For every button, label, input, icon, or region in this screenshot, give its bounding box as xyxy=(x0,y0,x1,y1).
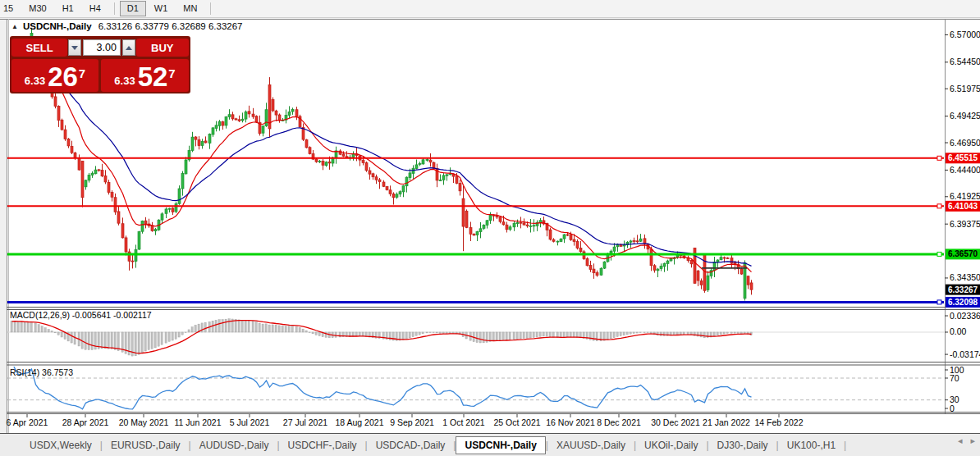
date-axis-label: 21 Jan 2022 xyxy=(703,417,750,427)
rsi-axis-label: 0 xyxy=(950,404,955,413)
price-axis-label: 6.49425 xyxy=(950,111,980,121)
volume-decrease-button[interactable] xyxy=(68,39,81,56)
chart-tab-ukoil-daily[interactable]: UKOil-,Daily xyxy=(636,436,706,454)
symbol-tab-bar: USDX,Weekly|EURUSD-,Daily|AUDUSD-,Daily|… xyxy=(0,434,980,456)
level-handle[interactable] xyxy=(937,252,941,256)
level-handle[interactable] xyxy=(937,204,941,208)
price-axis-label: 6.34350 xyxy=(950,272,980,282)
price-axis-label: 6.51975 xyxy=(950,84,980,93)
sell-button[interactable]: SELL xyxy=(11,39,67,57)
tab-scroll-left-icon[interactable]: ◂ xyxy=(958,435,963,446)
sell-price-big: 26 xyxy=(48,62,78,92)
tab-separator: | xyxy=(844,440,846,451)
chart-tab-dj30-daily[interactable]: DJ30-,Daily xyxy=(709,436,776,454)
buy-button[interactable]: BUY xyxy=(136,39,189,57)
level-handle[interactable] xyxy=(937,300,941,304)
chart-tab-usdx-weekly[interactable]: USDX,Weekly xyxy=(21,436,100,454)
chart-tab-usdcnh-daily[interactable]: USDCNH-,Daily xyxy=(456,436,545,454)
date-axis-label: 5 Jul 2021 xyxy=(230,417,270,427)
date-axis-label: 25 Oct 2021 xyxy=(493,417,540,427)
sell-price-prefix: 6.33 xyxy=(25,75,45,87)
svg-text:6.36570: 6.36570 xyxy=(948,249,978,258)
tab-scroll-right-icon[interactable]: ▸ xyxy=(970,435,975,446)
macd-axis-label: 0.023365 xyxy=(950,311,980,321)
chart-tab-eurusd-daily[interactable]: EURUSD-,Daily xyxy=(103,436,189,454)
buy-price-big: 52 xyxy=(138,62,168,92)
date-axis-label: 28 Apr 2021 xyxy=(62,417,109,427)
tab-scroll-arrows: ◂ ▸ xyxy=(958,435,975,446)
chart-tab-usdchf-daily[interactable]: USDCHF-,Daily xyxy=(280,436,365,454)
buy-price-display[interactable]: 6.33527 xyxy=(101,59,189,92)
date-axis-label: 8 Dec 2021 xyxy=(597,417,641,427)
volume-input[interactable] xyxy=(83,39,121,56)
level-handle[interactable] xyxy=(937,156,941,160)
trading-terminal: 15M30H1H4D1W1MN 6.570006.544506.519756.4… xyxy=(0,0,980,456)
date-axis-label: 6 Apr 2021 xyxy=(7,417,48,427)
sell-price-display[interactable]: 6.33267 xyxy=(11,59,98,92)
svg-text:6.33267: 6.33267 xyxy=(948,285,978,294)
macd-axis-label: -0.03174 xyxy=(950,349,980,359)
svg-text:6.41043: 6.41043 xyxy=(948,202,978,211)
price-axis-label: 6.41925 xyxy=(950,191,980,201)
price-axis-label: 6.54450 xyxy=(950,57,980,66)
rsi-axis-label: 70 xyxy=(950,373,959,383)
triangle-up-icon xyxy=(126,46,132,50)
trade-controls-row: SELL BUY xyxy=(11,38,189,57)
chart-tab-xauusd-daily[interactable]: XAUUSD-,Daily xyxy=(548,436,634,454)
price-axis-label: 6.46950 xyxy=(950,138,980,148)
date-axis-label: 20 May 2021 xyxy=(119,417,169,427)
date-axis-label: 1 Oct 2021 xyxy=(442,417,485,427)
svg-text:6.45515: 6.45515 xyxy=(948,153,978,162)
rsi-label: RSI(14) 36.7573 xyxy=(10,367,73,377)
macd-axis-label: 0.00 xyxy=(950,326,967,336)
sell-price-sup: 7 xyxy=(79,66,85,80)
chart-ohlc-values: 6.33126 6.33779 6.32689 6.33267 xyxy=(98,21,243,31)
date-axis-label: 11 Jun 2021 xyxy=(174,417,221,427)
date-axis-label: 18 Aug 2021 xyxy=(336,417,384,427)
one-click-trading-panel: SELL BUY 6.33267 6.33527 xyxy=(10,36,190,93)
price-axis-label: 6.57000 xyxy=(950,30,980,39)
price-axis-label: 6.44400 xyxy=(950,165,980,175)
date-axis-label: 27 Jul 2021 xyxy=(283,417,327,427)
chart-tab-audusd-daily[interactable]: AUDUSD-,Daily xyxy=(191,436,277,454)
date-axis-label: 9 Sep 2021 xyxy=(390,417,434,427)
volume-increase-button[interactable] xyxy=(122,39,135,56)
chart-tab-uk100-h1[interactable]: UK100-,H1 xyxy=(779,436,844,454)
chart-title: ▲ USDCNH-,Daily 6.33126 6.33779 6.32689 … xyxy=(11,21,243,31)
trade-prices-row: 6.33267 6.33527 xyxy=(11,59,189,92)
triangle-down-icon xyxy=(71,46,78,50)
collapse-icon[interactable]: ▲ xyxy=(11,23,18,30)
price-axis-label: 6.39375 xyxy=(950,219,980,229)
buy-price-prefix: 6.33 xyxy=(114,75,135,87)
date-axis-label: 30 Dec 2021 xyxy=(651,417,700,427)
date-axis-label: 14 Feb 2022 xyxy=(755,417,804,427)
chart-tab-usdcad-daily[interactable]: USDCAD-,Daily xyxy=(368,436,454,454)
chart-symbol: USDCNH-,Daily xyxy=(23,21,92,31)
svg-text:6.32098: 6.32098 xyxy=(948,298,978,307)
macd-label: MACD(12,26,9) -0.005641 -0.002117 xyxy=(10,310,152,320)
buy-price-sup: 7 xyxy=(168,66,175,80)
date-axis-label: 16 Nov 2021 xyxy=(546,417,595,427)
